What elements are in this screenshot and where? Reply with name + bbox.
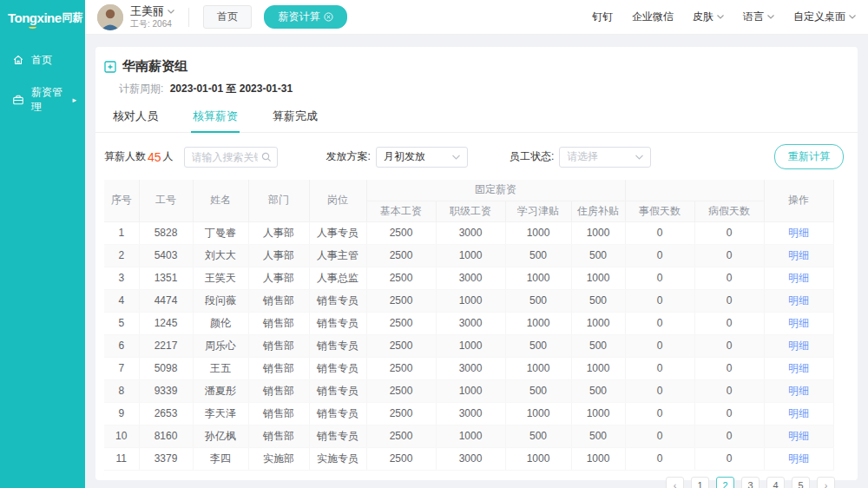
detail-link[interactable]: 明细	[788, 385, 809, 397]
menu-item-custom-desktop[interactable]: 自定义桌面	[793, 10, 856, 24]
table-cell: 0	[694, 425, 764, 447]
table-cell: 2500	[366, 289, 436, 312]
table-cell: 实施部	[248, 447, 309, 470]
detail-link[interactable]: 明细	[788, 407, 809, 419]
table-cell: 1000	[436, 289, 505, 312]
table-cell: 颜伦	[193, 312, 248, 334]
chevron-down-icon	[168, 10, 174, 14]
table-cell: 1000	[436, 334, 505, 357]
table-row: 62217周乐心销售部销售专员2500100050050000明细	[104, 334, 833, 357]
column-header: 姓名	[193, 180, 248, 221]
chevron-down-icon	[767, 15, 774, 19]
table-cell: 5828	[139, 221, 193, 244]
recalculate-button[interactable]: 重新计算	[774, 144, 844, 169]
salary-table: 序号工号姓名部门岗位固定薪资操作基本工资职级工资学习津贴住房补贴事假天数病假天数…	[104, 180, 834, 471]
column-header: 操作	[764, 180, 833, 221]
sidebar-item-salary-mgmt[interactable]: 薪资管理 ▸	[0, 85, 85, 115]
table-cell: 0	[694, 447, 764, 470]
status-select-value: 请选择	[567, 149, 598, 164]
menu-item-skin[interactable]: 皮肤	[693, 10, 724, 24]
plan-select[interactable]: 月初发放	[376, 147, 468, 168]
detail-link[interactable]: 明细	[788, 272, 809, 284]
table-cell: 1245	[139, 312, 193, 334]
menu-item-label: 语言	[743, 10, 764, 24]
count-value: 45	[148, 150, 161, 164]
table-cell: 500	[571, 289, 625, 312]
table-cell: 3	[104, 267, 139, 289]
menu-item-dingtalk[interactable]: 钉钉	[592, 10, 613, 24]
sidebar-item-label: 薪资管理	[31, 85, 72, 115]
detail-link[interactable]: 明细	[788, 294, 809, 307]
nav-tab-salary-calc[interactable]: 薪资计算	[264, 5, 347, 29]
column-header-spacer	[625, 180, 764, 201]
detail-link[interactable]: 明细	[788, 249, 809, 261]
detail-link[interactable]: 明细	[788, 227, 809, 239]
group-icon	[104, 61, 116, 73]
action-cell: 明细	[764, 425, 833, 447]
pagination-page-3[interactable]: 3	[741, 477, 760, 488]
table-cell: 2500	[366, 425, 436, 447]
table-cell: 人事部	[248, 267, 309, 289]
column-header: 部门	[248, 180, 309, 221]
pagination-page-4[interactable]: 4	[766, 477, 785, 488]
table-cell: 2500	[366, 334, 436, 357]
menu-item-language[interactable]: 语言	[743, 10, 774, 24]
column-header: 职级工资	[436, 201, 505, 221]
action-cell: 明细	[764, 289, 833, 312]
table-cell: 王笑天	[193, 267, 248, 289]
pagination-next-button[interactable]: ›	[817, 477, 835, 488]
detail-link[interactable]: 明细	[788, 452, 809, 465]
brand-smile-mark	[29, 24, 36, 29]
table-cell: 0	[625, 425, 694, 447]
pagination-page-2[interactable]: 2	[716, 477, 734, 488]
pagination-page-1[interactable]: 1	[691, 477, 709, 488]
card-title-row: 华南薪资组	[95, 58, 858, 75]
table-cell: 1000	[505, 402, 571, 425]
table-row: 92653李天泽销售部销售专员250030001000100000明细	[104, 402, 833, 425]
table-cell: 1000	[505, 267, 571, 289]
table-cell: 人事部	[248, 244, 309, 267]
sidebar-item-home[interactable]: 首页	[0, 45, 85, 75]
detail-link[interactable]: 明细	[788, 317, 809, 329]
table-cell: 5098	[139, 357, 193, 379]
table-cell: 4474	[139, 289, 193, 312]
user-avatar[interactable]	[97, 4, 123, 30]
table-cell: 销售部	[248, 334, 309, 357]
tab-calc-done[interactable]: 算薪完成	[271, 109, 319, 132]
table-cell: 人事主管	[309, 244, 366, 267]
detail-link[interactable]: 明细	[788, 340, 809, 352]
action-cell: 明细	[764, 312, 833, 334]
tab-calc-salary[interactable]: 核算薪资	[191, 109, 240, 132]
table-cell: 2500	[366, 402, 436, 425]
menu-item-wecom[interactable]: 企业微信	[632, 10, 674, 24]
status-select[interactable]: 请选择	[559, 147, 651, 168]
table-cell: 0	[694, 289, 764, 312]
avatar-photo	[97, 4, 123, 30]
table-cell: 3000	[436, 402, 505, 425]
table-cell: 周乐心	[193, 334, 248, 357]
close-circle-icon[interactable]	[324, 12, 333, 22]
pagination-page-5[interactable]: 5	[792, 477, 810, 488]
table-cell: 3000	[436, 357, 505, 379]
pagination-prev-button[interactable]: ‹	[666, 477, 684, 488]
salary-table-wrap: 序号工号姓名部门岗位固定薪资操作基本工资职级工资学习津贴住房补贴事假天数病假天数…	[104, 180, 833, 471]
table-cell: 人事总监	[309, 267, 366, 289]
nav-tab-home[interactable]: 首页	[203, 5, 252, 29]
column-header: 岗位	[309, 180, 366, 221]
salary-group-card: 华南薪资组 计薪周期: 2023-01-01 至 2023-01-31 核对人员…	[95, 47, 858, 480]
table-cell: 3000	[436, 312, 505, 334]
detail-link[interactable]: 明细	[788, 430, 809, 442]
count-unit: 人	[163, 149, 174, 164]
table-cell: 500	[571, 379, 625, 402]
page-title: 华南薪资组	[122, 58, 187, 75]
user-name-dropdown[interactable]: 王美丽	[130, 5, 174, 18]
briefcase-icon	[12, 94, 24, 106]
table-cell: 2500	[366, 447, 436, 470]
pay-period-label: 计薪周期:	[119, 82, 163, 95]
table-cell: 1000	[436, 379, 505, 402]
table-cell: 2	[104, 244, 139, 267]
sidebar: Tongxine同薪 首页 薪资管理 ▸	[0, 0, 85, 488]
tab-check-staff[interactable]: 核对人员	[111, 109, 160, 132]
detail-link[interactable]: 明细	[788, 362, 809, 374]
table-cell: 0	[625, 357, 694, 379]
